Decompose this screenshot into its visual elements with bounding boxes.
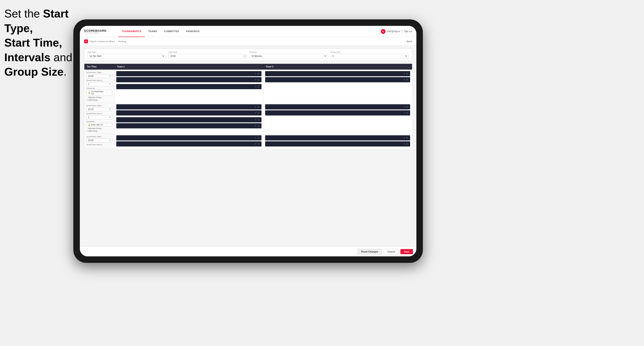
nav-committee[interactable]: COMMITTEE xyxy=(160,26,183,37)
start-type-label: Start Type xyxy=(88,51,166,53)
remove-group-link-1[interactable]: ○ Remove Group xyxy=(86,96,112,98)
group-size-group: Group Size 3 xyxy=(330,51,409,58)
reset-changes-button[interactable]: Reset Changes xyxy=(358,249,382,254)
starting-time-input-1[interactable] xyxy=(86,74,112,78)
player-action-x[interactable]: × xyxy=(255,119,256,121)
col-team1: Team 1 xyxy=(114,64,264,70)
player-action-info[interactable]: ⊙ xyxy=(406,112,408,114)
course-icon-2: ⛳ xyxy=(88,124,90,126)
player-action-info[interactable]: ⊙ xyxy=(406,73,408,75)
starting-time-input-2[interactable] xyxy=(86,107,112,111)
tablet-screen: SCOREBOARD Powered by clipp.io TOURNAMEN… xyxy=(80,26,416,256)
left-cell-1: STARTING TIME: 🕐 STARTING HOLE: 1 COURSE… xyxy=(84,70,114,103)
player-action-x[interactable]: × xyxy=(255,79,256,81)
starting-hole-select-1[interactable]: 1 xyxy=(86,82,112,86)
player-row: × ⊙ xyxy=(116,104,262,109)
course-label-1: COURSE: xyxy=(86,87,112,89)
team1-cell-2: × ⊙ × ⊙ xyxy=(114,103,264,134)
player-row: × ⊙ xyxy=(116,117,262,122)
course-chip-expand-2[interactable]: ⌄ xyxy=(109,124,111,126)
player-action-info[interactable]: ⊙ xyxy=(258,106,259,108)
player-action-info[interactable]: ⊙ xyxy=(258,86,259,88)
player-action-x[interactable]: × xyxy=(404,106,405,108)
nav-teams[interactable]: TEAMS xyxy=(145,26,160,37)
start-time-input[interactable] xyxy=(168,54,247,58)
tournament-name: Clippd Invitational (May) xyxy=(89,40,115,43)
time-icon-1: 🕐 xyxy=(109,75,111,77)
player-row: × ⊙ xyxy=(116,77,262,82)
sign-out-link[interactable]: Sign out xyxy=(404,30,412,32)
player-action-info[interactable]: ⊙ xyxy=(258,112,259,114)
player-action-x[interactable]: × xyxy=(404,143,405,145)
player-action-x[interactable]: × xyxy=(404,112,405,114)
action-links-2: ○ Remove Group + Add Group xyxy=(86,127,112,132)
player-row: × ⊙ xyxy=(265,77,410,82)
starting-hole-select-2[interactable]: 1 xyxy=(86,115,112,119)
add-group-link-1[interactable]: + Add Group xyxy=(86,99,112,101)
player-action-x[interactable]: × xyxy=(255,106,256,108)
team1-cell-3: × ⊙ × ⊙ xyxy=(114,134,264,149)
add-group-link-2[interactable]: + Add Group xyxy=(86,130,112,132)
player-action-x[interactable]: × xyxy=(255,137,256,139)
course-chip-expand-1[interactable]: ⌄ xyxy=(109,92,111,94)
player-action-x[interactable]: × xyxy=(255,125,256,127)
course-chip-x-1[interactable]: × xyxy=(106,92,108,94)
player-row: × ⊙ xyxy=(116,110,262,116)
player-action-info[interactable]: ⊙ xyxy=(258,137,259,139)
starting-time-input-3[interactable] xyxy=(86,138,112,142)
remove-icon-1: ○ xyxy=(86,96,88,98)
course-chip-1: ⛳ (A) Peachtree GC × ⌄ xyxy=(86,90,112,95)
left-cell-3: STARTING TIME: 🕐 STARTING HOLE: xyxy=(84,134,114,149)
player-action-info[interactable]: ⊙ xyxy=(258,125,259,127)
breadcrumb-sep: › xyxy=(116,40,117,43)
starting-time-label-2: STARTING TIME: xyxy=(86,105,112,107)
course-name-2: East Lake GC xyxy=(91,124,103,126)
player-action-x[interactable]: × xyxy=(255,112,256,114)
course-chip-2: ⛳ East Lake GC × ⌄ xyxy=(86,123,112,127)
nav-links: TOURNAMENTS TEAMS COMMITTEE RANKINGS xyxy=(118,26,381,37)
player-action-x[interactable]: × xyxy=(404,137,405,139)
player-row: × ⊙ xyxy=(265,71,410,76)
intervals-select[interactable]: 10 Minutes xyxy=(250,54,328,58)
remove-icon-2: ○ xyxy=(86,127,88,130)
cancel-button[interactable]: Cancel xyxy=(384,249,399,254)
add-group-text-1: + Add Group xyxy=(86,99,98,101)
player-row: × ⊙ xyxy=(116,141,262,147)
tablet-frame: SCOREBOARD Powered by clipp.io TOURNAMEN… xyxy=(73,19,423,263)
table-row: STARTING TIME: 🕐 STARTING HOLE: 1 COURSE… xyxy=(84,103,412,134)
player-action-info[interactable]: ⊙ xyxy=(406,137,408,139)
group-size-select[interactable]: 3 xyxy=(330,54,409,58)
save-button[interactable]: Save xyxy=(400,249,413,254)
remove-group-text-1: Remove Group xyxy=(88,96,102,98)
player-row: × ⊙ xyxy=(116,71,262,76)
back-button[interactable]: ‹ Back xyxy=(406,40,412,43)
col-tee-time: Tee Time xyxy=(84,64,114,70)
player-action-info[interactable]: ⊙ xyxy=(406,143,408,145)
player-action-info[interactable]: ⊙ xyxy=(258,143,259,145)
add-group-text-2: + Add Group xyxy=(86,130,98,132)
course-chip-x-2[interactable]: × xyxy=(106,124,108,126)
player-action-x[interactable]: × xyxy=(404,79,405,81)
player-action-info[interactable]: ⊙ xyxy=(258,79,259,81)
player-action-info[interactable]: ⊙ xyxy=(258,119,259,121)
nav-tournaments[interactable]: TOURNAMENTS xyxy=(118,26,145,37)
player-action-x[interactable]: × xyxy=(255,73,256,75)
nav-separator: | xyxy=(402,30,402,32)
player-action-info[interactable]: ⊙ xyxy=(258,73,259,75)
remove-group-link-2[interactable]: ○ Remove Group xyxy=(86,127,112,130)
user-avatar: B xyxy=(381,29,386,34)
team2-cell-2: × ⊙ × ⊙ xyxy=(263,103,412,134)
start-type-select[interactable]: 1st Tee Start xyxy=(88,54,166,58)
starting-hole-label-3: STARTING HOLE: xyxy=(86,144,112,146)
player-action-x[interactable]: × xyxy=(255,86,256,88)
table-row: STARTING TIME: 🕐 STARTING HOLE: xyxy=(84,134,412,149)
player-action-x[interactable]: × xyxy=(255,143,256,145)
player-action-x[interactable]: × xyxy=(404,73,405,75)
player-action-info[interactable]: ⊙ xyxy=(406,79,408,81)
hosting-label: Hosting xyxy=(118,40,126,43)
player-action-info[interactable]: ⊙ xyxy=(406,106,408,108)
left-cell-2: STARTING TIME: 🕐 STARTING HOLE: 1 COURSE… xyxy=(84,103,114,134)
nav-rankings[interactable]: RANKINGS xyxy=(182,26,203,37)
clock-icon: 🕐 xyxy=(243,55,246,57)
time-icon-3: 🕐 xyxy=(109,139,111,141)
